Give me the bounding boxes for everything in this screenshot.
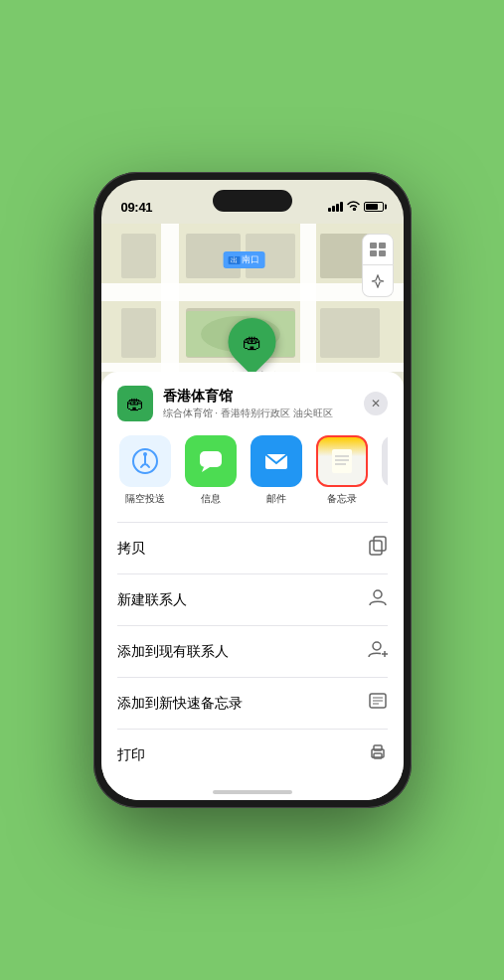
venue-icon: 🏟 (117, 386, 153, 421)
svg-rect-1 (101, 283, 404, 301)
pin-circle: 🏟 (219, 308, 286, 372)
action-add-existing-label: 添加到现有联系人 (117, 643, 229, 661)
share-item-mail[interactable]: 邮件 (249, 435, 304, 506)
map-area[interactable]: 出 南口 (101, 224, 404, 372)
venue-subtitle: 综合体育馆 · 香港特别行政区 油尖旺区 (163, 407, 364, 420)
share-item-message[interactable]: 信息 (183, 435, 239, 506)
airdrop-icon-wrap (119, 435, 171, 487)
svg-rect-30 (374, 537, 386, 551)
svg-rect-17 (370, 243, 377, 248)
venue-name: 香港体育馆 (163, 388, 364, 406)
svg-rect-43 (374, 753, 382, 758)
home-indicator (117, 780, 388, 800)
battery-fill (366, 204, 379, 210)
map-controls (362, 234, 394, 297)
action-quick-note-label: 添加到新快速备忘录 (117, 695, 243, 713)
phone-frame: 09:41 (93, 172, 412, 808)
signal-bar-1 (328, 208, 331, 212)
svg-point-32 (374, 590, 382, 598)
action-list: 拷贝 新建联系人 (117, 522, 388, 780)
svg-rect-23 (200, 451, 222, 467)
mail-label: 邮件 (266, 492, 286, 506)
print-icon (368, 742, 388, 767)
message-label: 信息 (201, 492, 221, 506)
action-add-existing[interactable]: 添加到现有联系人 (117, 626, 388, 678)
svg-rect-20 (379, 250, 386, 256)
svg-rect-7 (320, 308, 380, 358)
message-icon-wrap (185, 435, 237, 487)
dynamic-island (213, 190, 292, 212)
venue-header: 🏟 香港体育馆 综合体育馆 · 香港特别行政区 油尖旺区 ✕ (117, 386, 388, 421)
action-copy[interactable]: 拷贝 (117, 523, 388, 574)
copy-icon (368, 536, 388, 561)
map-label-icon: 出 (228, 256, 240, 264)
share-item-more[interactable]: 推 (380, 435, 388, 506)
pin-icon: 🏟 (243, 331, 262, 354)
add-existing-icon (368, 639, 388, 664)
action-quick-note[interactable]: 添加到新快速备忘录 (117, 678, 388, 730)
action-new-contact[interactable]: 新建联系人 (117, 574, 388, 626)
signal-bar-3 (336, 204, 339, 212)
svg-rect-18 (379, 243, 386, 248)
svg-marker-24 (202, 467, 210, 472)
svg-rect-8 (121, 234, 156, 278)
location-pin: 🏟 香港体育馆 (225, 318, 279, 372)
svg-rect-2 (161, 224, 179, 372)
signal-bar-4 (340, 202, 343, 212)
action-new-contact-label: 新建联系人 (117, 591, 187, 609)
new-contact-icon (368, 587, 388, 612)
svg-rect-42 (374, 745, 382, 750)
signal-bar-2 (332, 206, 335, 212)
svg-rect-5 (121, 308, 156, 358)
home-bar (213, 790, 292, 794)
svg-rect-26 (332, 449, 352, 473)
svg-point-33 (373, 642, 381, 650)
notes-icon-wrap (316, 435, 368, 487)
svg-rect-19 (370, 250, 377, 256)
svg-rect-3 (300, 224, 316, 372)
share-item-notes[interactable]: 备忘录 (314, 435, 370, 506)
map-station-label: 出 南口 (223, 251, 264, 268)
share-row: 隔空投送 信息 (117, 435, 388, 508)
share-item-airdrop[interactable]: 隔空投送 (117, 435, 173, 506)
phone-screen: 09:41 (101, 180, 404, 800)
action-print-label: 打印 (117, 746, 145, 764)
airdrop-label: 隔空投送 (125, 492, 165, 506)
status-icons (328, 201, 384, 213)
battery-icon (364, 202, 384, 212)
signal-bars-icon (328, 202, 343, 212)
wifi-icon (347, 201, 360, 213)
map-type-button[interactable] (362, 234, 394, 265)
close-button[interactable]: ✕ (364, 392, 388, 415)
bottom-sheet: 🏟 香港体育馆 综合体育馆 · 香港特别行政区 油尖旺区 ✕ (101, 372, 404, 800)
svg-point-22 (143, 452, 147, 456)
mail-icon-wrap (251, 435, 302, 487)
action-print[interactable]: 打印 (117, 730, 388, 780)
more-icon-wrap (382, 435, 388, 487)
status-time: 09:41 (121, 200, 153, 215)
venue-info: 香港体育馆 综合体育馆 · 香港特别行政区 油尖旺区 (163, 388, 364, 420)
svg-rect-31 (370, 541, 382, 555)
location-button[interactable] (362, 265, 394, 297)
quick-note-icon (368, 691, 388, 716)
notes-label: 备忘录 (327, 492, 357, 506)
map-label-text: 南口 (242, 253, 259, 266)
action-copy-label: 拷贝 (117, 540, 145, 558)
